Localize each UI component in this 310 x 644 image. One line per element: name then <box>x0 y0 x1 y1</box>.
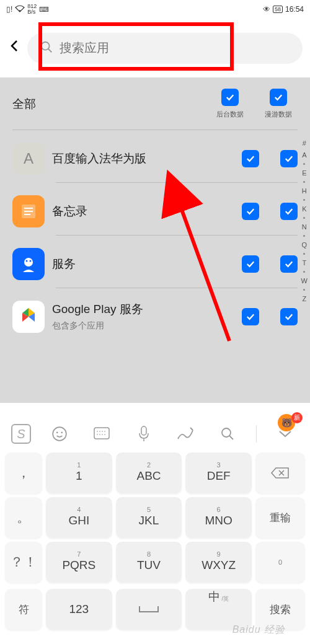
svg-line-2 <box>48 48 52 52</box>
svg-point-0 <box>19 10 21 12</box>
checkbox-bg[interactable] <box>242 308 259 325</box>
column-roam-label: 漫游数据 <box>265 110 292 119</box>
app-icon: A <box>12 143 45 175</box>
index-dot <box>303 271 305 273</box>
key-symbols[interactable]: 符 <box>5 589 42 630</box>
eye-icon: 👁 <box>263 5 270 14</box>
index-dot <box>303 217 305 219</box>
clock: 16:54 <box>285 5 304 14</box>
emoji-icon[interactable] <box>46 420 73 448</box>
svg-point-8 <box>26 260 28 262</box>
svg-rect-17 <box>141 426 146 435</box>
keyboard-switch-icon[interactable] <box>88 420 115 448</box>
app-icon <box>12 248 45 280</box>
index-letter[interactable]: E <box>302 169 306 177</box>
checkbox-roam[interactable] <box>280 308 298 325</box>
checkbox-roam[interactable] <box>280 150 298 167</box>
handwrite-icon[interactable] <box>172 420 199 448</box>
app-subtitle: 包含多个应用 <box>52 320 234 332</box>
svg-line-19 <box>229 436 233 439</box>
key-JKL[interactable]: 5JKL <box>116 497 182 538</box>
key-zero[interactable]: 0 <box>255 542 305 583</box>
app-icon <box>12 195 45 227</box>
key-TUV[interactable]: 8TUV <box>116 542 182 583</box>
checkbox-bg-all[interactable] <box>221 89 239 106</box>
kbd-search-icon[interactable] <box>214 420 241 448</box>
key-backspace[interactable] <box>255 452 305 493</box>
index-dot <box>303 289 305 291</box>
key-punct[interactable]: ， <box>5 452 42 493</box>
svg-rect-14 <box>94 428 109 439</box>
key-punct[interactable]: ？！ <box>5 542 42 583</box>
svg-point-9 <box>30 260 32 262</box>
app-row[interactable]: 备忘录 <box>0 183 310 227</box>
svg-point-13 <box>61 432 63 434</box>
checkbox-bg[interactable] <box>242 203 259 220</box>
ime-indicator-icon: ⌨ <box>39 6 49 14</box>
sogou-logo-icon[interactable]: S <box>11 424 31 444</box>
column-all-label: 全部 <box>12 96 211 112</box>
net-speed: 812B/s <box>27 4 37 15</box>
key-1[interactable]: 11 <box>46 452 112 493</box>
svg-point-18 <box>222 428 231 437</box>
index-letter[interactable]: W <box>301 277 308 285</box>
svg-point-11 <box>53 427 66 441</box>
app-row[interactable]: Google Play 服务包含多个应用 <box>0 288 310 333</box>
key-DEF[interactable]: 3DEF <box>185 452 252 493</box>
index-letter[interactable]: A <box>302 151 306 159</box>
app-row[interactable]: 服务 <box>0 236 310 280</box>
mic-icon[interactable] <box>130 420 157 448</box>
key-punct[interactable]: 。 <box>5 497 42 538</box>
index-letter[interactable]: K <box>302 205 306 213</box>
back-button[interactable] <box>7 38 22 58</box>
checkbox-bg[interactable] <box>242 255 259 273</box>
index-letter[interactable]: # <box>303 139 306 147</box>
sim-icon: ▯! <box>6 5 12 14</box>
app-row[interactable]: A百度输入法华为版 <box>0 130 310 175</box>
index-letter[interactable]: H <box>302 187 307 195</box>
key-123[interactable]: 123 <box>46 589 112 630</box>
key-GHI[interactable]: 4GHI <box>46 497 112 538</box>
ime-new-badge: 新 <box>291 412 303 423</box>
checkbox-bg[interactable] <box>242 150 259 167</box>
search-box[interactable] <box>27 33 303 64</box>
index-dot <box>303 235 305 237</box>
checkbox-roam[interactable] <box>280 255 298 273</box>
list-header: 全部 后台数据 漫游数据 <box>0 77 310 122</box>
index-letter[interactable]: Q <box>302 241 308 249</box>
search-input[interactable] <box>60 41 290 55</box>
app-name: 备忘录 <box>52 204 234 219</box>
app-name: 百度输入法华为版 <box>52 151 234 167</box>
watermark: Baidu 经验 <box>232 624 285 637</box>
battery-icon: 58 <box>273 6 283 13</box>
column-bg-label: 后台数据 <box>216 110 244 119</box>
checkbox-roam[interactable] <box>280 203 298 220</box>
checkbox-roam-all[interactable] <box>270 89 287 106</box>
svg-point-1 <box>42 42 50 50</box>
index-dot <box>303 199 305 201</box>
key-PQRS[interactable]: 7PQRS <box>46 542 112 583</box>
svg-point-12 <box>56 432 58 434</box>
app-name: Google Play 服务 <box>52 302 234 317</box>
status-bar: ▯! 812B/s ⌨ 👁 58 16:54 <box>0 0 310 19</box>
alpha-index-bar[interactable]: #AEHKNQTWZ <box>301 139 308 302</box>
index-dot <box>303 163 305 165</box>
key-MNO[interactable]: 6MNO <box>185 497 252 538</box>
key-WXYZ[interactable]: 9WXYZ <box>185 542 252 583</box>
svg-point-7 <box>24 258 33 267</box>
app-icon <box>12 301 45 333</box>
search-icon <box>40 40 53 56</box>
key-reinput[interactable]: 重输 <box>255 497 305 538</box>
wifi-icon <box>15 5 25 14</box>
ime-keyboard: 🐻 新 S ，112ABC3DEF。4GHI5JKL6MNO重输？！7PQRS8… <box>0 415 310 636</box>
app-name: 服务 <box>52 257 234 272</box>
key-space[interactable] <box>116 589 182 630</box>
index-letter[interactable]: N <box>302 223 307 231</box>
index-dot <box>303 181 305 183</box>
index-dot <box>303 253 305 255</box>
key-ABC[interactable]: 2ABC <box>116 452 182 493</box>
ime-assistant-badge[interactable]: 🐻 新 <box>278 414 303 431</box>
index-letter[interactable]: T <box>302 259 306 267</box>
index-letter[interactable]: Z <box>302 295 306 302</box>
